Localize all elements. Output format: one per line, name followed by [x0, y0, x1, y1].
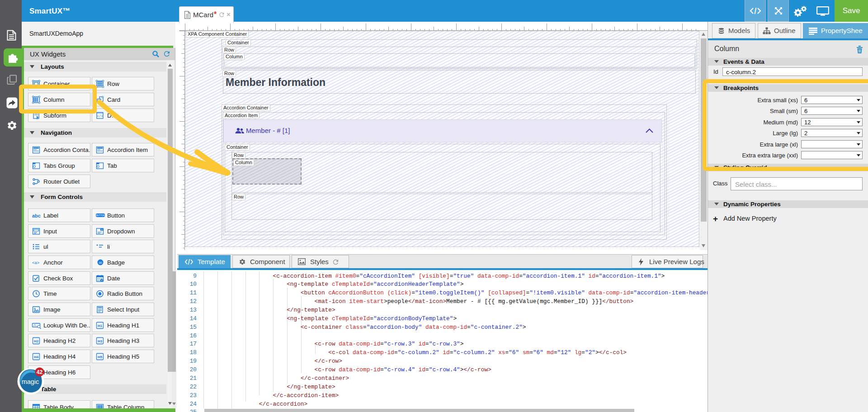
svg-text:42: 42 — [37, 369, 43, 375]
svg-text:magic: magic — [22, 378, 39, 385]
